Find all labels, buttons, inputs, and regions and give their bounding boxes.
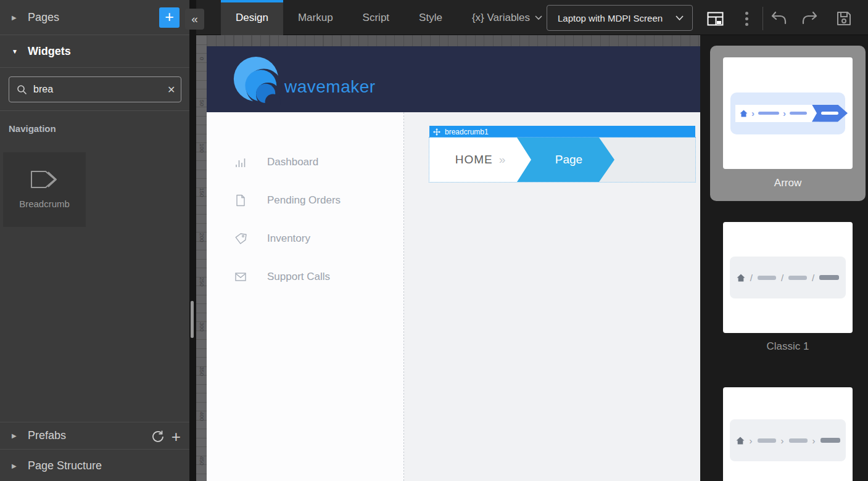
tab-markup[interactable]: Markup [283,0,348,35]
tab-style[interactable]: Style [404,0,457,35]
ruler-number: 300 [199,322,205,332]
redo-icon[interactable] [799,9,820,28]
sidebar-section-prefabs[interactable]: ▶ Prefabs + [0,422,189,450]
breadcrumb-home-label: HOME [455,153,493,166]
chevron-separator: › [781,435,784,446]
breadcrumb-widget-body[interactable]: HOME » Page [429,138,695,182]
pages-section-label: Pages [28,11,59,24]
more-options-kebab-icon[interactable] [736,9,757,28]
nav-item-support-calls[interactable]: Support Calls [207,258,403,296]
device-selector[interactable]: Laptop with MDPI Screen [547,5,693,31]
nav-item-label: Pending Orders [267,194,341,207]
nav-item-pending-orders[interactable]: Pending Orders [207,181,403,220]
style-option-arrow-thumbnail: › › [723,57,853,169]
breadcrumb-widget-icon [30,170,59,189]
tab-script-label: Script [363,12,389,24]
nav-item-label: Support Calls [267,271,330,283]
widget-tile-label: Breadcrumb [19,199,70,209]
tab-design-label: Design [236,12,268,24]
document-icon [234,194,247,207]
ruler-number: 450 [199,456,205,466]
tab-variables[interactable]: {x} Variables [457,0,557,35]
collapse-sidebar-button[interactable]: « [185,9,204,30]
home-icon [740,110,748,117]
sidebar-section-page-structure[interactable]: ▶ Page Structure [0,450,189,481]
chevron-separator: › [812,435,816,446]
widget-selection-label[interactable]: breadcrumb1 [429,126,695,138]
classic2-style-preview: › › › [730,419,846,461]
style-option-classic2[interactable]: › › › [723,387,853,481]
collapsed-arrow-icon: ▶ [12,462,28,469]
widget-category-label: Navigation [0,111,189,134]
layout-panel-icon[interactable] [705,9,725,28]
bar-chart-icon [234,155,247,169]
horizontal-ruler [207,35,700,46]
breadcrumb-active-placeholder [820,438,840,443]
sidebar-section-pages[interactable]: ▶ Pages + [0,0,189,35]
ruler-number: 250 [199,277,205,287]
toolbar-divider [763,7,763,30]
breadcrumb-segment-placeholder [789,438,808,443]
prefabs-section-label: Prefabs [28,429,66,442]
tab-variables-label: {x} Variables [472,12,530,24]
sidebar-section-widgets[interactable]: ▼ Widgets [0,35,189,68]
breadcrumb-widget[interactable]: breadcrumb1 HOME » Page [429,126,695,182]
breadcrumb-active-label: Page [549,153,582,166]
widget-tile-breadcrumb[interactable]: Breadcrumb [3,152,86,227]
breadcrumb-item-home[interactable]: HOME » [429,138,531,182]
envelope-icon [234,270,247,284]
tab-script[interactable]: Script [348,0,404,35]
breadcrumb-segment-placeholder [790,112,807,115]
slash-separator: / [781,273,783,283]
home-icon [736,437,745,445]
style-option-label: Classic 1 [723,340,853,353]
breadcrumb-segment-placeholder [758,112,779,115]
add-prefab-icon[interactable]: + [172,429,181,444]
double-chevron-icon: » [499,153,506,166]
slash-separator: / [812,273,814,283]
chevron-right-icon: › [751,108,754,118]
save-icon[interactable] [833,9,854,28]
chevron-right-icon: › [783,108,786,118]
ruler-number: 350 [199,366,205,377]
chevron-down-icon [676,15,684,21]
app-logo: wavemaker [230,54,376,105]
editor-tabs: Design Markup Script Style {x} Variables [221,0,557,35]
wavemaker-logo-icon [230,54,282,105]
breadcrumb-segment-placeholder [758,276,776,280]
ruler-number: 100 [199,143,205,154]
undo-icon[interactable] [769,9,790,28]
widget-sidebar: ▶ Pages + ▼ Widgets ✕ Navigation [0,0,189,481]
widgets-section-label: Widgets [28,45,71,58]
app-left-nav: Dashboard Pending Orders [207,112,404,481]
add-page-button[interactable]: + [159,7,180,28]
breadcrumb-active-placeholder [819,275,839,280]
nav-item-inventory[interactable]: Inventory [207,220,403,258]
style-option-arrow-selected[interactable]: › › Arrow [710,46,866,201]
tab-style-label: Style [419,12,442,24]
slash-separator: / [750,273,753,283]
style-option-classic1[interactable]: / / / [723,222,853,333]
expanded-arrow-icon: ▼ [12,48,28,55]
clear-search-icon[interactable]: ✕ [167,84,175,96]
nav-item-label: Dashboard [267,156,318,168]
design-canvas: wavemaker Dashboard Pendin [207,46,700,481]
widget-search-input[interactable] [33,84,161,95]
nav-item-dashboard[interactable]: Dashboard [207,143,403,181]
breadcrumb-item-page-active[interactable]: Page [517,138,614,182]
tag-icon [234,232,247,245]
arrow-style-preview: › › [730,92,845,134]
breadcrumb-segment-placeholder [788,276,807,280]
widget-selection-name: breadcrumb1 [445,128,489,136]
breadcrumb-segment-placeholder [758,438,776,443]
sidebar-scrollbar[interactable] [191,301,194,338]
device-selector-value: Laptop with MDPI Screen [558,13,676,23]
ruler-number: 0 [199,54,205,64]
tab-markup-label: Markup [298,12,333,24]
move-icon[interactable] [433,128,440,136]
tab-design[interactable]: Design [221,0,283,35]
page-structure-section-label: Page Structure [28,459,102,472]
vertical-ruler: 0 50 100 150 200 250 300 350 400 450 [196,35,207,481]
app-header: wavemaker [207,46,700,112]
refresh-prefabs-icon[interactable] [151,429,165,444]
